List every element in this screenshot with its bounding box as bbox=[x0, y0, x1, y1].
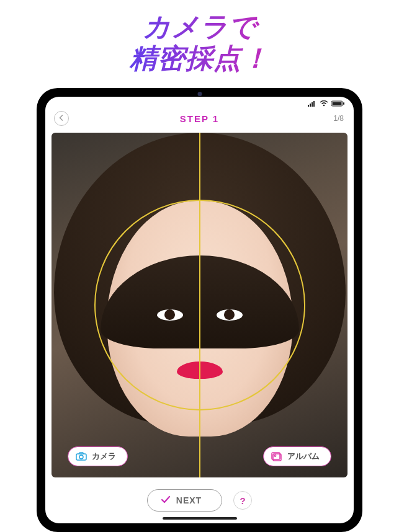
help-button[interactable]: ? bbox=[233, 491, 252, 510]
svg-point-12 bbox=[274, 454, 276, 456]
camera-icon bbox=[76, 452, 87, 461]
device-camera-dot bbox=[197, 92, 202, 96]
camera-button[interactable]: カメラ bbox=[68, 446, 128, 466]
promo-line-2: 精密採点！ bbox=[130, 43, 269, 73]
camera-button-label: カメラ bbox=[92, 451, 116, 462]
svg-rect-6 bbox=[333, 102, 342, 105]
footer-bar: NEXT ? bbox=[45, 477, 354, 523]
status-bar bbox=[45, 97, 354, 108]
svg-rect-0 bbox=[308, 105, 309, 107]
photo-action-row: カメラ アルバム bbox=[52, 446, 347, 466]
page-indicator: 1/8 bbox=[333, 114, 344, 123]
promo-title: カメラで 精密採点！ bbox=[0, 0, 399, 74]
album-button-label: アルバム bbox=[287, 451, 320, 462]
album-button[interactable]: アルバム bbox=[263, 446, 331, 466]
photo-preview: カメラ アルバム bbox=[52, 133, 347, 477]
svg-point-9 bbox=[79, 455, 83, 459]
promo-line-1: カメラで bbox=[143, 11, 257, 42]
wifi-icon bbox=[320, 100, 328, 107]
help-icon: ? bbox=[240, 495, 246, 506]
app-screen: STEP 1 1/8 カメラ bbox=[45, 97, 354, 523]
step-label: STEP 1 bbox=[180, 113, 219, 124]
home-indicator bbox=[163, 517, 237, 520]
battery-icon bbox=[331, 100, 345, 107]
back-button[interactable] bbox=[54, 111, 69, 126]
check-icon bbox=[161, 495, 170, 505]
app-header: STEP 1 1/8 bbox=[45, 108, 354, 129]
album-icon bbox=[271, 452, 282, 461]
next-button[interactable]: NEXT bbox=[147, 489, 222, 512]
tablet-frame: STEP 1 1/8 カメラ bbox=[37, 88, 362, 532]
svg-point-4 bbox=[323, 104, 325, 106]
guide-circle bbox=[94, 200, 305, 410]
svg-rect-1 bbox=[310, 104, 311, 107]
signal-icon bbox=[308, 100, 316, 107]
back-arrow-icon bbox=[58, 113, 65, 124]
svg-rect-7 bbox=[343, 102, 344, 105]
svg-rect-3 bbox=[313, 101, 315, 107]
next-button-label: NEXT bbox=[176, 495, 202, 505]
svg-rect-2 bbox=[312, 102, 313, 107]
